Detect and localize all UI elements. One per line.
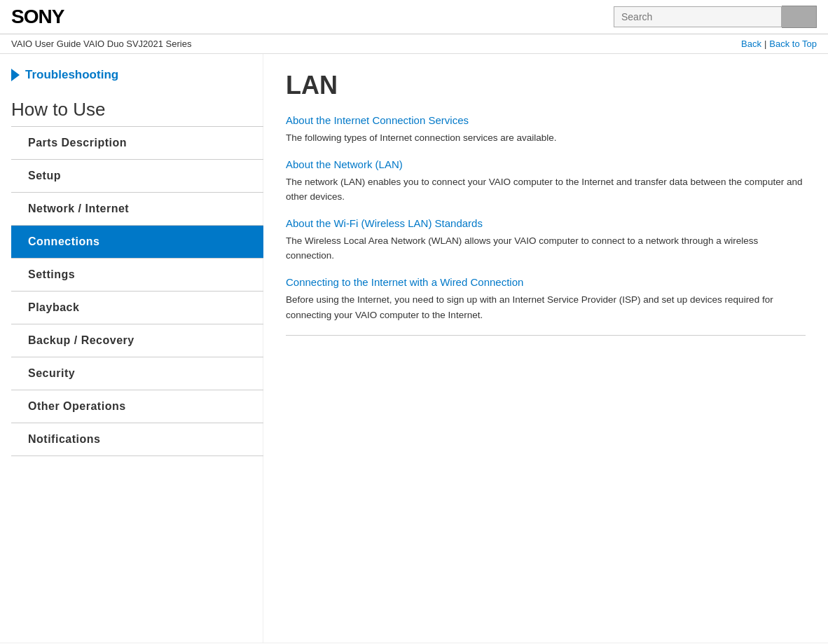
sidebar-item-notifications[interactable]: Notifications	[11, 423, 263, 456]
sections-container: About the Internet Connection ServicesTh…	[286, 114, 806, 322]
search-button[interactable]	[782, 6, 817, 28]
content: Troubleshooting How to Use Parts Descrip…	[0, 54, 828, 643]
troubleshooting-label: Troubleshooting	[25, 68, 118, 82]
section-desc-network-lan: The network (LAN) enables you to connect…	[286, 174, 806, 205]
how-to-use-heading: How to Use	[11, 99, 263, 121]
troubleshooting-link[interactable]: Troubleshooting	[11, 68, 263, 82]
back-link[interactable]: Back	[741, 39, 761, 49]
nav-separator: |	[764, 39, 766, 49]
sidebar-item-parts-description[interactable]: Parts Description	[11, 127, 263, 160]
section-desc-internet-connection-services: The following types of Internet connecti…	[286, 130, 806, 146]
nav-links: Back | Back to Top	[741, 39, 817, 49]
section-desc-wifi-standards: The Wireless Local Area Network (WLAN) a…	[286, 233, 806, 263]
sidebar-item-security[interactable]: Security	[11, 357, 263, 390]
sidebar-item-network-internet[interactable]: Network / Internet	[11, 193, 263, 226]
sidebar-item-setup[interactable]: Setup	[11, 160, 263, 193]
sidebar-item-other-operations[interactable]: Other Operations	[11, 390, 263, 423]
search-input[interactable]	[614, 6, 782, 27]
page-title: LAN	[286, 71, 806, 100]
main-content: LAN About the Internet Connection Servic…	[263, 54, 828, 643]
sidebar-item-playback[interactable]: Playback	[11, 292, 263, 324]
breadcrumb: VAIO User Guide VAIO Duo SVJ2021 Series	[11, 39, 191, 49]
back-to-top-link[interactable]: Back to Top	[769, 39, 817, 49]
main-divider	[286, 335, 806, 336]
search-area	[614, 6, 817, 28]
section-link-network-lan[interactable]: About the Network (LAN)	[286, 158, 806, 170]
section-link-wired-connection[interactable]: Connecting to the Internet with a Wired …	[286, 276, 806, 288]
section-link-wifi-standards[interactable]: About the Wi-Fi (Wireless LAN) Standards	[286, 217, 806, 229]
sidebar-items: Parts DescriptionSetupNetwork / Internet…	[11, 127, 263, 456]
sidebar: Troubleshooting How to Use Parts Descrip…	[0, 54, 263, 643]
section-link-internet-connection-services[interactable]: About the Internet Connection Services	[286, 114, 806, 126]
nav-bar: VAIO User Guide VAIO Duo SVJ2021 Series …	[0, 34, 828, 54]
section-desc-wired-connection: Before using the Internet, you need to s…	[286, 292, 806, 322]
sidebar-item-settings[interactable]: Settings	[11, 259, 263, 292]
sony-logo: SONY	[11, 6, 64, 28]
arrow-right-icon	[11, 69, 20, 81]
sidebar-item-connections[interactable]: Connections	[11, 226, 263, 259]
sidebar-item-backup-recovery[interactable]: Backup / Recovery	[11, 324, 263, 357]
header: SONY	[0, 0, 828, 34]
